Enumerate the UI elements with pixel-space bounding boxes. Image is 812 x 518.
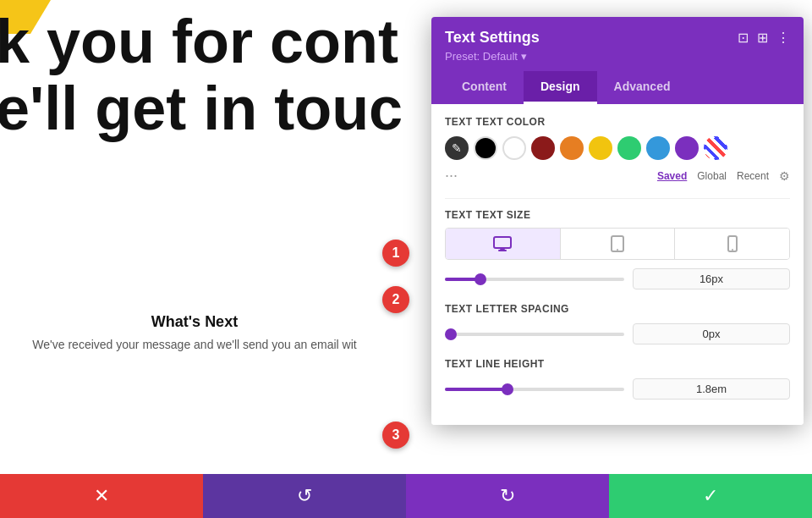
redo-button[interactable]: ↻: [406, 474, 609, 518]
tab-content[interactable]: Content: [445, 71, 524, 104]
line-height-thumb[interactable]: [502, 383, 513, 395]
line-height-label: Text Line Height: [445, 358, 790, 370]
panel-preset[interactable]: Preset: Default ▾: [445, 50, 790, 63]
device-tab-desktop[interactable]: [446, 229, 561, 259]
svg-rect-2: [498, 250, 507, 251]
annotation-3: 3: [382, 422, 409, 449]
letter-spacing-slider-track[interactable]: [445, 333, 624, 336]
swatch-striped[interactable]: [704, 136, 727, 160]
what-next-title: What's Next: [0, 313, 389, 331]
size-slider-thumb[interactable]: [475, 273, 486, 285]
desktop-icon: [493, 236, 512, 251]
swatch-purple[interactable]: [675, 136, 699, 160]
undo-button[interactable]: ↺: [203, 474, 406, 518]
line-height-fill: [445, 388, 508, 391]
letter-spacing-label: Text Letter Spacing: [445, 303, 790, 315]
device-tabs: [445, 228, 790, 260]
more-icon[interactable]: ⋮: [776, 30, 790, 46]
heading-line2: e'll get in touc: [0, 75, 403, 142]
size-slider-track[interactable]: [445, 278, 624, 281]
more-dots[interactable]: ···: [445, 167, 458, 185]
cancel-button[interactable]: ✕: [0, 474, 203, 518]
device-tab-tablet[interactable]: [561, 229, 676, 259]
svg-rect-1: [500, 248, 505, 250]
line-height-slider-track[interactable]: [445, 388, 624, 391]
letter-spacing-slider-row: [445, 323, 790, 344]
color-tab-recent[interactable]: Recent: [737, 170, 769, 182]
what-next-section: What's Next We've received your message …: [0, 313, 389, 351]
divider-1: [445, 198, 790, 199]
panel-header-icons: ⊡ ⊞ ⋮: [738, 30, 790, 46]
color-settings-icon[interactable]: ⚙: [779, 169, 790, 183]
collapse-icon[interactable]: ⊞: [757, 30, 768, 46]
annotation-1: 1: [382, 240, 409, 267]
color-swatches-row: ✎: [445, 136, 790, 160]
page-heading: k you for cont e'll get in touc: [0, 8, 403, 142]
annotation-2: 2: [382, 286, 409, 313]
size-section-label: Text Text Size: [445, 209, 790, 221]
expand-icon[interactable]: ⊡: [738, 30, 749, 46]
letter-spacing-thumb[interactable]: [445, 328, 457, 340]
size-value-input[interactable]: [633, 268, 790, 289]
heading-line1: k you for cont: [0, 8, 403, 75]
size-slider-row: [445, 268, 790, 289]
swatch-yellow[interactable]: [589, 136, 612, 160]
text-settings-panel: Text Settings ⊡ ⊞ ⋮ Preset: Default ▾ Co…: [431, 17, 804, 425]
device-tab-mobile[interactable]: [675, 229, 789, 259]
action-bar: ✕ ↺ ↻ ✓: [0, 474, 812, 518]
tablet-icon: [611, 235, 624, 252]
swatch-white[interactable]: [502, 136, 526, 160]
panel-body: Text Text Color ✎ ··· Saved Global Recen…: [431, 104, 804, 425]
color-tab-global[interactable]: Global: [697, 170, 727, 182]
line-height-value-input[interactable]: [633, 378, 790, 400]
swatch-orange[interactable]: [560, 136, 584, 160]
swatch-blue[interactable]: [646, 136, 670, 160]
svg-point-6: [732, 249, 733, 251]
panel-title: Text Settings: [445, 29, 540, 47]
swatch-green[interactable]: [617, 136, 641, 160]
line-height-slider-row: [445, 378, 790, 400]
eyedropper-swatch[interactable]: ✎: [445, 136, 469, 160]
tab-advanced[interactable]: Advanced: [597, 71, 688, 104]
color-tabs-row: ··· Saved Global Recent ⚙: [445, 167, 790, 185]
color-tab-saved[interactable]: Saved: [657, 170, 687, 182]
panel-tabs: Content Design Advanced: [445, 71, 790, 104]
svg-rect-0: [494, 237, 511, 248]
tab-design[interactable]: Design: [524, 71, 597, 104]
svg-point-4: [617, 249, 618, 251]
panel-title-row: Text Settings ⊡ ⊞ ⋮: [445, 29, 790, 47]
color-section-label: Text Text Color: [445, 116, 790, 128]
what-next-text: We've received your message and we'll se…: [0, 338, 389, 351]
panel-header: Text Settings ⊡ ⊞ ⋮ Preset: Default ▾ Co…: [431, 17, 804, 104]
save-button[interactable]: ✓: [609, 474, 812, 518]
mobile-icon: [727, 235, 738, 252]
letter-spacing-value-input[interactable]: [633, 323, 790, 344]
swatch-darkred[interactable]: [531, 136, 555, 160]
swatch-black[interactable]: [474, 136, 497, 160]
